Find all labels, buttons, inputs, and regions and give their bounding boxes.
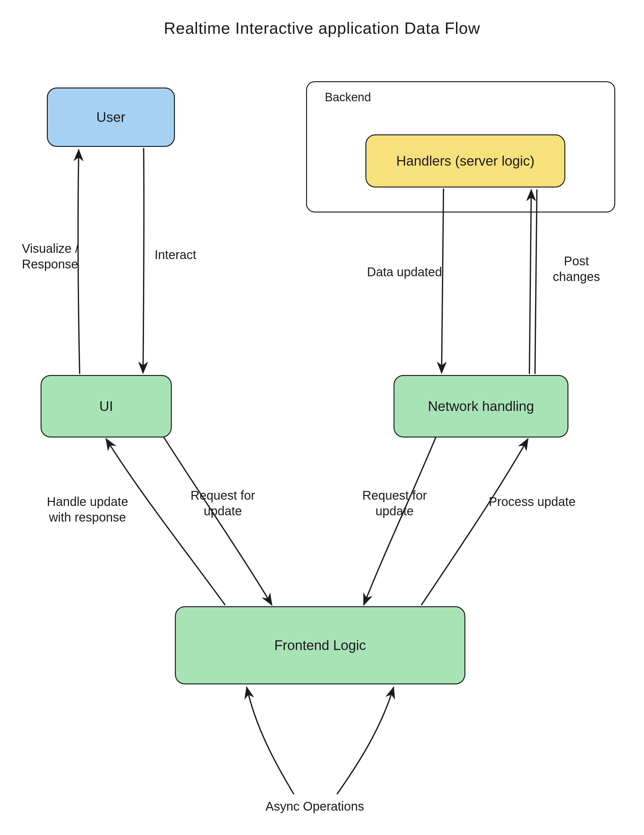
edge-label-process-update: Process update — [489, 494, 576, 509]
edge-label-request-update-left: Request for update — [190, 487, 255, 519]
edge-label-handle-update: Handle update with response — [47, 494, 128, 525]
edge-label-visualize: Visualize / Response — [22, 240, 79, 272]
node-network-label: Network handling — [428, 398, 534, 415]
node-user-label: User — [97, 109, 126, 126]
node-handlers-label: Handlers (server logic) — [396, 153, 535, 169]
backend-group-label: Backend — [325, 91, 371, 104]
edge-label-async-ops: Async Operations — [266, 798, 364, 814]
node-ui-label: UI — [99, 398, 113, 415]
diagram-title: Realtime Interactive application Data Fl… — [0, 19, 644, 37]
diagram-stage: Realtime Interactive application Data Fl… — [0, 0, 644, 835]
edge-label-post-changes: Post changes — [553, 253, 600, 284]
node-user: User — [47, 88, 175, 147]
edge-label-data-updated: Data updated — [367, 264, 442, 280]
node-handlers: Handlers (server logic) — [365, 134, 565, 187]
edge-label-request-update-right: Request for update — [362, 487, 427, 519]
node-ui: UI — [41, 375, 172, 437]
node-network: Network handling — [394, 375, 568, 437]
edge-label-interact: Interact — [154, 247, 196, 263]
node-frontend-label: Frontend Logic — [274, 637, 366, 654]
node-frontend: Frontend Logic — [175, 606, 466, 684]
